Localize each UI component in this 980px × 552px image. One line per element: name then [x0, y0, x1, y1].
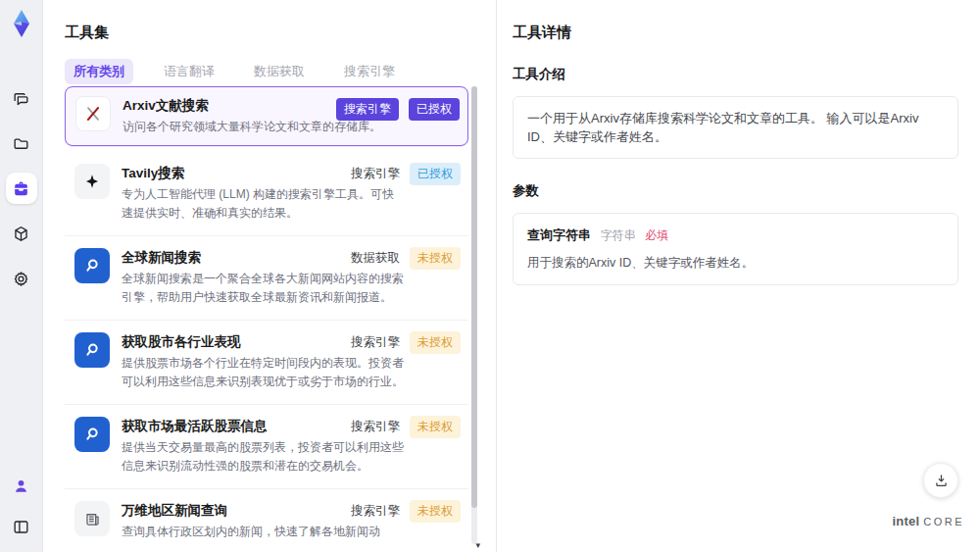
tool-row-global-news[interactable]: 全球新闻搜索 全球新闻搜索是一个聚合全球各大新闻网站内容的搜索引擎，帮助用户快速… [65, 236, 468, 321]
scroll-down-icon[interactable]: ▾ [475, 540, 480, 550]
sidebar-item-tools[interactable] [6, 173, 37, 204]
user-avatar[interactable] [6, 470, 37, 501]
auth-status-badge: 未授权 [410, 247, 461, 270]
tab-language-translation[interactable]: 语言翻译 [155, 59, 223, 84]
list-scrollbar[interactable] [471, 86, 477, 544]
tool-row-regional-news[interactable]: 万维地区新闻查询 查询具体行政区划内的新闻，快速了解各地新闻动 搜索引擎 未授权 [65, 489, 468, 552]
intro-heading: 工具介绍 [513, 66, 958, 83]
category-label: 搜索引擎 [351, 334, 400, 351]
tool-description: 全球新闻搜索是一个聚合全球各大新闻网站内容的搜索引擎，帮助用户快速获取全球最新资… [122, 270, 404, 307]
cube-icon [12, 225, 30, 243]
sidebar-item-files[interactable] [6, 127, 37, 159]
parameter-card: 查询字符串 字符串 必填 用于搜索的Arxiv ID、关键字或作者姓名。 [513, 213, 958, 285]
panel-toggle-icon [12, 518, 30, 536]
download-icon [933, 473, 950, 489]
sidebar [0, 0, 43, 552]
gear-icon [12, 270, 30, 288]
intel-core-logo: intel CORE [892, 514, 964, 528]
auth-status-badge: 未授权 [410, 416, 461, 438]
search-app-icon [74, 248, 110, 283]
tab-all-categories[interactable]: 所有类别 [65, 59, 133, 84]
sidebar-item-chat[interactable] [6, 82, 37, 114]
sidebar-item-settings[interactable] [6, 263, 37, 294]
arxiv-logo-icon [75, 96, 111, 131]
tool-description: 提供当天交易量最高的股票列表，投资者可以利用这些信息来识别流动性强的股票和潜在的… [122, 438, 404, 476]
params-heading: 参数 [513, 182, 958, 200]
auth-status-badge: 未授权 [410, 331, 461, 354]
newspaper-icon [74, 501, 110, 536]
tool-list-pane: 工具集 所有类别 语言翻译 数据获取 搜索引擎 Arxiv文献搜索 访问各个研究… [43, 0, 496, 552]
brand-intel-text: intel [892, 514, 919, 528]
auth-status-badge: 已授权 [409, 98, 460, 121]
brand-core-text: CORE [923, 516, 964, 527]
tool-list: Arxiv文献搜索 访问各个研究领域大量科学论文和文章的存储库。 搜索引擎 已授… [65, 86, 468, 552]
detail-title: 工具详情 [513, 24, 958, 42]
chat-icon [12, 89, 30, 108]
folder-icon [12, 134, 30, 153]
app-window: 工具集 所有类别 语言翻译 数据获取 搜索引擎 Arxiv文献搜索 访问各个研究… [0, 0, 980, 552]
collapse-sidebar-button[interactable] [6, 511, 37, 542]
param-required-flag: 必填 [645, 228, 668, 242]
user-icon [12, 477, 30, 495]
scrollbar-thumb[interactable] [471, 86, 477, 508]
sidebar-bottom [6, 470, 37, 542]
auth-status-badge: 未授权 [410, 500, 461, 523]
tool-row-most-active-stocks[interactable]: 获取市场最活跃股票信息 提供当天交易量最高的股票列表，投资者可以利用这些信息来识… [65, 405, 468, 489]
param-type: 字符串 [601, 228, 636, 242]
tool-detail-pane: 工具详情 工具介绍 一个用于从Arxiv存储库搜索科学论文和文章的工具。 输入可… [496, 0, 980, 552]
tab-data-fetch[interactable]: 数据获取 [245, 59, 314, 84]
toolbox-icon [12, 179, 30, 198]
tab-search-engine[interactable]: 搜索引擎 [335, 59, 404, 84]
param-name: 查询字符串 [527, 227, 591, 242]
tool-row-arxiv[interactable]: Arxiv文献搜索 访问各个研究领域大量科学论文和文章的存储库。 搜索引擎 已授… [65, 86, 468, 146]
search-app-icon [74, 417, 110, 452]
category-label: 搜索引擎 [351, 166, 400, 182]
category-tabs: 所有类别 语言翻译 数据获取 搜索引擎 [65, 59, 404, 84]
category-label: 数据获取 [351, 250, 400, 267]
category-label: 搜索引擎 [351, 503, 400, 520]
tool-description: 提供股票市场各个行业在特定时间段内的表现。投资者可以利用这些信息来识别表现优于或… [122, 354, 404, 391]
category-label: 搜索引擎 [351, 419, 400, 435]
sidebar-nav [6, 82, 37, 294]
tool-row-tavily[interactable]: Tavily搜索 专为人工智能代理 (LLM) 构建的搜索引擎工具。可快速提供实… [65, 152, 468, 236]
category-badge: 搜索引擎 [336, 98, 399, 121]
page-title: 工具集 [65, 24, 109, 42]
sidebar-item-models[interactable] [6, 218, 37, 249]
tool-intro-text: 一个用于从Arxiv存储库搜索科学论文和文章的工具。 输入可以是Arxiv ID… [513, 96, 958, 159]
tool-description: 查询具体行政区划内的新闻，快速了解各地新闻动 [122, 523, 404, 541]
auth-status-badge: 已授权 [410, 163, 461, 185]
tool-description: 专为人工智能代理 (LLM) 构建的搜索引擎工具。可快速提供实时、准确和真实的结… [122, 185, 404, 223]
app-logo-icon [4, 6, 39, 41]
search-app-icon [74, 332, 110, 368]
sparkle-icon [74, 164, 110, 199]
tool-row-sector-performance[interactable]: 获取股市各行业表现 提供股票市场各个行业在特定时间段内的表现。投资者可以利用这些… [65, 321, 468, 405]
download-button[interactable] [923, 463, 958, 498]
param-description: 用于搜索的Arxiv ID、关键字或作者姓名。 [527, 254, 944, 273]
